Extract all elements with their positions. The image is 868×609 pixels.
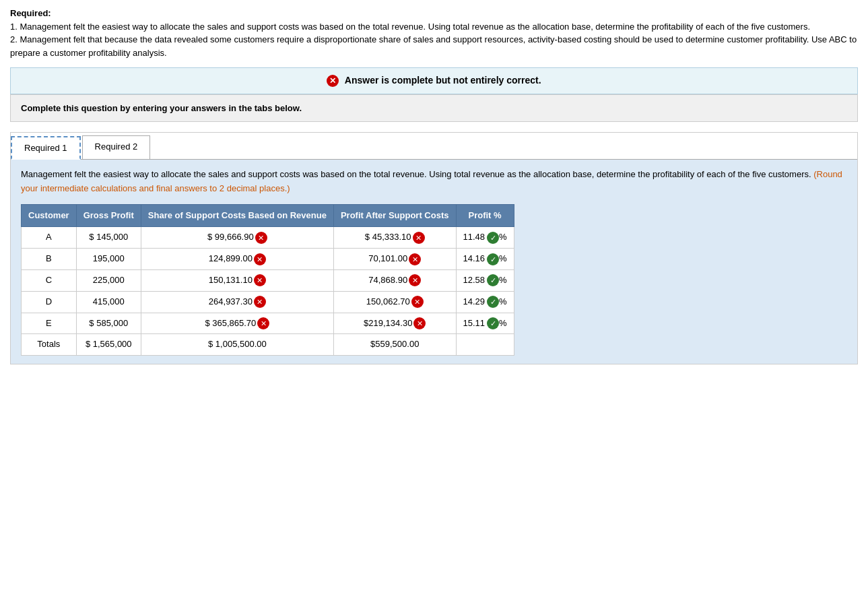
percent-sign: %	[499, 230, 507, 245]
wrong-icon: ✕	[257, 317, 269, 329]
cell-support-costs: $ 99,666.90✕	[141, 227, 333, 249]
cell-profit-after: 150,062.70✕	[333, 291, 456, 313]
totals-profit: $559,500.00	[333, 334, 456, 356]
tab-content-required1: Management felt the easiest way to alloc…	[11, 160, 857, 364]
percent-sign: %	[499, 317, 507, 331]
col-header-customer: Customer	[22, 204, 77, 227]
totals-pct	[456, 334, 514, 356]
cell-customer: A	[22, 227, 77, 249]
cell-profit-pct: 15.11✓ %	[456, 313, 514, 334]
wrong-icon: ✕	[409, 274, 421, 286]
cell-profit-pct: 11.48✓ %	[456, 227, 514, 249]
col-header-support-costs: Share of Support Costs Based on Revenue	[141, 204, 333, 227]
required-heading: Required:	[10, 8, 51, 18]
tab-required2[interactable]: Required 2	[82, 135, 151, 159]
wrong-icon: ✕	[409, 253, 421, 265]
percent-sign: %	[499, 295, 507, 309]
cell-gross-profit: 415,000	[76, 291, 141, 313]
wrong-icon: ✕	[254, 296, 266, 308]
cell-profit-after: $ 45,333.10✕	[333, 227, 456, 249]
cell-profit-pct: 14.29✓ %	[456, 291, 514, 313]
table-row: B195,000124,899.00✕70,101.00✕14.16✓ %	[22, 249, 514, 270]
table-row: D415,000264,937.30✕150,062.70✕14.29✓ %	[22, 291, 514, 313]
required-point2: 2. Management felt that because the data…	[10, 33, 858, 59]
table-row: A$ 145,000$ 99,666.90✕$ 45,333.10✕11.48✓…	[22, 227, 514, 249]
complete-box: Complete this question by entering your …	[10, 94, 858, 122]
totals-row: Totals$ 1,565,000$ 1,005,500.00$559,500.…	[22, 334, 514, 356]
totals-gross: $ 1,565,000	[76, 334, 141, 356]
cell-gross-profit: $ 145,000	[76, 227, 141, 249]
wrong-icon: ✕	[255, 232, 267, 244]
cell-support-costs: 124,899.00✕	[141, 249, 333, 270]
wrong-icon: ✕	[411, 296, 424, 308]
cell-profit-after: $219,134.30✕	[333, 313, 456, 334]
check-icon: ✓	[487, 317, 499, 329]
check-icon: ✓	[487, 232, 499, 244]
col-header-profit-pct: Profit %	[456, 204, 514, 227]
cell-gross-profit: $ 585,000	[76, 313, 141, 334]
percent-sign: %	[499, 274, 507, 288]
check-icon: ✓	[487, 253, 499, 265]
cell-profit-pct: 12.58✓ %	[456, 269, 514, 291]
wrong-icon: ✕	[413, 317, 426, 329]
cell-support-costs: $ 365,865.70✕	[141, 313, 333, 334]
percent-sign: %	[499, 252, 507, 266]
totals-label: Totals	[22, 334, 77, 356]
answer-banner: ✕ Answer is complete but not entirely co…	[10, 67, 858, 94]
tab-required1[interactable]: Required 1	[11, 136, 81, 160]
tabs-container: Required 1 Required 2 Management felt th…	[10, 132, 858, 364]
banner-text: Answer is complete but not entirely corr…	[345, 75, 541, 86]
check-icon: ✓	[487, 274, 499, 286]
cell-profit-after: 74,868.90✕	[333, 269, 456, 291]
tab-main-text: Management felt the easiest way to alloc…	[21, 169, 811, 179]
table-container: Customer Gross Profit Share of Support C…	[21, 204, 847, 356]
cell-support-costs: 150,131.10✕	[141, 269, 333, 291]
required-point1: 1. Management felt the easiest way to al…	[10, 20, 858, 34]
profitability-table: Customer Gross Profit Share of Support C…	[21, 204, 514, 356]
cell-customer: E	[22, 313, 77, 334]
totals-support: $ 1,005,500.00	[141, 334, 333, 356]
table-row: E$ 585,000$ 365,865.70✕$219,134.30✕15.11…	[22, 313, 514, 334]
cell-support-costs: 264,937.30✕	[141, 291, 333, 313]
cell-gross-profit: 225,000	[76, 269, 141, 291]
wrong-icon: ✕	[254, 253, 266, 265]
table-row: C225,000150,131.10✕74,868.90✕12.58✓ %	[22, 269, 514, 291]
required-section: Required: 1. Management felt the easiest…	[10, 7, 858, 59]
cell-customer: D	[22, 291, 77, 313]
x-icon: ✕	[327, 75, 339, 87]
complete-box-text: Complete this question by entering your …	[21, 103, 302, 113]
cell-gross-profit: 195,000	[76, 249, 141, 270]
cell-profit-pct: 14.16✓ %	[456, 249, 514, 270]
tabs-row: Required 1 Required 2	[11, 133, 857, 160]
wrong-icon: ✕	[254, 274, 266, 286]
wrong-icon: ✕	[413, 232, 425, 244]
check-icon: ✓	[487, 296, 499, 308]
col-header-profit-after: Profit After Support Costs	[333, 204, 456, 227]
cell-customer: C	[22, 269, 77, 291]
cell-profit-after: 70,101.00✕	[333, 249, 456, 270]
cell-customer: B	[22, 249, 77, 270]
col-header-gross-profit: Gross Profit	[76, 204, 141, 227]
